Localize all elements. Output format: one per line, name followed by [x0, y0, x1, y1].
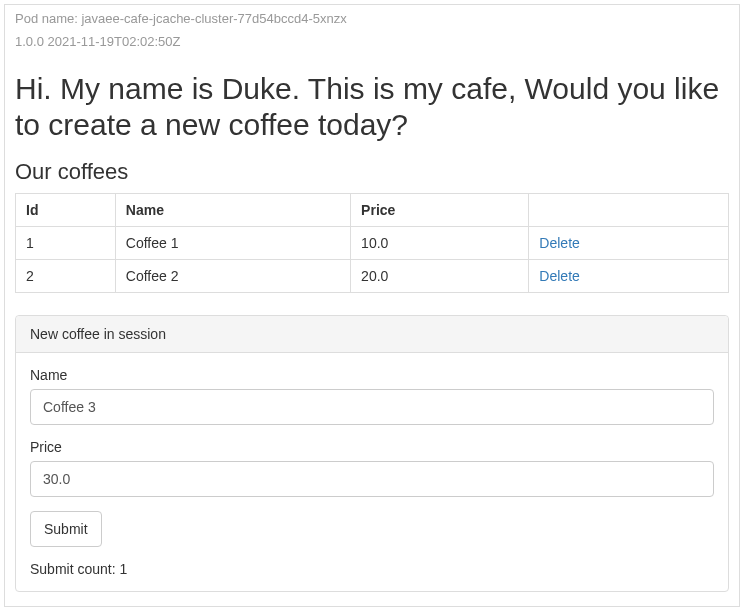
cell-id: 2	[16, 260, 116, 293]
table-row: 1 Coffee 1 10.0 Delete	[16, 227, 729, 260]
submit-count-text: Submit count: 1	[30, 561, 714, 577]
page-title: Hi. My name is Duke. This is my cafe, Wo…	[15, 71, 729, 143]
col-header-id: Id	[16, 194, 116, 227]
col-header-price: Price	[351, 194, 529, 227]
cell-price: 20.0	[351, 260, 529, 293]
new-coffee-panel: New coffee in session Name Price Submit …	[15, 315, 729, 592]
col-header-name: Name	[115, 194, 350, 227]
version-line: 1.0.0 2021-11-19T02:02:50Z	[15, 34, 729, 49]
price-label: Price	[30, 439, 714, 455]
name-label: Name	[30, 367, 714, 383]
name-input[interactable]	[30, 389, 714, 425]
submit-button[interactable]: Submit	[30, 511, 102, 547]
coffees-table: Id Name Price 1 Coffee 1 10.0 Delete 2 C…	[15, 193, 729, 293]
cell-name: Coffee 1	[115, 227, 350, 260]
cell-actions: Delete	[529, 260, 729, 293]
panel-heading: New coffee in session	[16, 316, 728, 353]
cell-name: Coffee 2	[115, 260, 350, 293]
price-input[interactable]	[30, 461, 714, 497]
pod-name-line: Pod name: javaee-cafe-jcache-cluster-77d…	[15, 11, 729, 26]
cell-actions: Delete	[529, 227, 729, 260]
cell-price: 10.0	[351, 227, 529, 260]
table-row: 2 Coffee 2 20.0 Delete	[16, 260, 729, 293]
col-header-actions	[529, 194, 729, 227]
cell-id: 1	[16, 227, 116, 260]
coffees-heading: Our coffees	[15, 159, 729, 185]
delete-link[interactable]: Delete	[539, 268, 579, 284]
delete-link[interactable]: Delete	[539, 235, 579, 251]
